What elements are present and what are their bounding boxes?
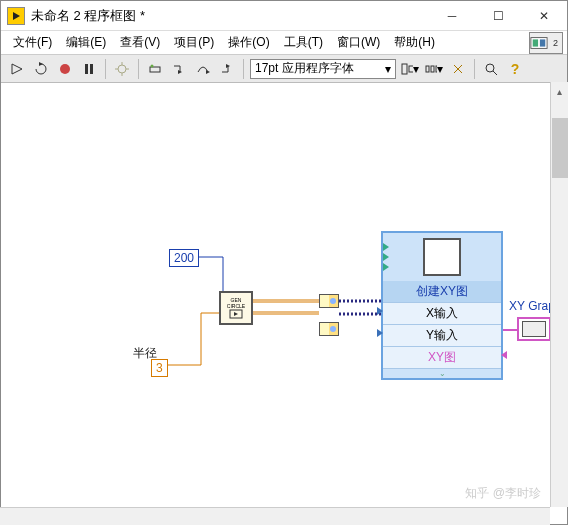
express-left-handle-icon	[383, 233, 389, 281]
svg-rect-20	[409, 66, 413, 72]
maximize-button[interactable]: ☐	[475, 1, 521, 31]
close-button[interactable]: ✕	[521, 1, 567, 31]
svg-rect-8	[90, 64, 93, 74]
svg-rect-22	[431, 66, 434, 72]
menubar: 文件(F) 编辑(E) 查看(V) 项目(P) 操作(O) 工具(T) 窗口(W…	[1, 31, 567, 55]
radius-control-terminal[interactable]: 3	[151, 359, 168, 377]
retain-wire-button[interactable]	[145, 59, 165, 79]
svg-rect-23	[436, 66, 437, 72]
window-title: 未命名 2 程序框图 *	[31, 7, 429, 25]
const-200-value: 200	[174, 251, 194, 265]
bundle-node-x[interactable]	[319, 294, 339, 308]
scroll-thumb[interactable]	[552, 118, 568, 178]
svg-rect-7	[85, 64, 88, 74]
minimize-button[interactable]: ─	[429, 1, 475, 31]
block-diagram-canvas[interactable]: 200 半径 3 GEN CIRCLE 创建XY图 X输入 Y输入 XY图 ⌄	[1, 83, 567, 524]
toolbar: 17pt 应用程序字体 ▾ ▾ ▾ ?	[1, 55, 567, 83]
step-out-button[interactable]	[217, 59, 237, 79]
svg-marker-27	[234, 312, 238, 316]
distribute-button[interactable]: ▾	[424, 59, 444, 79]
context-badge: 2	[549, 36, 562, 50]
svg-point-15	[151, 64, 154, 67]
express-pict-icon	[423, 238, 461, 276]
svg-point-6	[60, 64, 70, 74]
menu-help[interactable]: 帮助(H)	[390, 32, 439, 53]
indicator-pict-icon	[522, 321, 546, 337]
search-button[interactable]	[481, 59, 501, 79]
svg-line-25	[493, 71, 497, 75]
menu-edit[interactable]: 编辑(E)	[62, 32, 110, 53]
run-button[interactable]	[7, 59, 27, 79]
numeric-constant-200[interactable]: 200	[169, 249, 199, 267]
abort-button[interactable]	[55, 59, 75, 79]
context-help-icon[interactable]: 2	[529, 32, 563, 54]
express-title: 创建XY图	[383, 281, 501, 302]
app-icon	[7, 7, 25, 25]
font-selector[interactable]: 17pt 应用程序字体 ▾	[250, 59, 396, 79]
pause-button[interactable]	[79, 59, 99, 79]
menu-window[interactable]: 窗口(W)	[333, 32, 384, 53]
xy-graph-indicator-terminal[interactable]	[517, 317, 551, 341]
svg-marker-17	[206, 70, 210, 74]
express-input-x[interactable]: X输入	[383, 302, 501, 324]
run-continuous-button[interactable]	[31, 59, 51, 79]
svg-marker-4	[12, 64, 22, 74]
cleanup-button[interactable]	[448, 59, 468, 79]
svg-point-9	[118, 65, 126, 73]
highlight-exec-button[interactable]	[112, 59, 132, 79]
svg-marker-5	[39, 62, 43, 66]
bundle-node-y[interactable]	[319, 322, 339, 336]
step-into-button[interactable]	[169, 59, 189, 79]
dropdown-arrow-icon: ▾	[385, 62, 391, 76]
svg-point-24	[486, 64, 494, 72]
svg-marker-0	[13, 12, 20, 20]
svg-rect-3	[540, 39, 545, 46]
express-resize-handle[interactable]: ⌄	[383, 368, 501, 378]
radius-value: 3	[156, 361, 163, 375]
align-button[interactable]: ▾	[400, 59, 420, 79]
subvi-glyph-icon	[229, 309, 243, 319]
svg-marker-29	[383, 243, 389, 251]
font-label: 17pt 应用程序字体	[255, 60, 354, 77]
help-button[interactable]: ?	[505, 59, 525, 79]
menu-tools[interactable]: 工具(T)	[280, 32, 327, 53]
menu-view[interactable]: 查看(V)	[116, 32, 164, 53]
step-over-button[interactable]	[193, 59, 213, 79]
titlebar: 未命名 2 程序框图 * ─ ☐ ✕	[1, 1, 567, 31]
watermark: 知乎 @李时珍	[465, 485, 541, 502]
svg-rect-14	[150, 67, 160, 72]
express-build-xy[interactable]: 创建XY图 X输入 Y输入 XY图 ⌄	[381, 231, 503, 380]
menu-project[interactable]: 项目(P)	[170, 32, 218, 53]
svg-marker-28	[383, 253, 389, 261]
menu-operate[interactable]: 操作(O)	[224, 32, 273, 53]
express-output-xy[interactable]: XY图	[383, 346, 501, 368]
scroll-up-icon[interactable]: ▴	[551, 82, 568, 100]
svg-rect-21	[426, 66, 429, 72]
vertical-scrollbar[interactable]: ▴	[550, 82, 568, 507]
horizontal-scrollbar[interactable]	[0, 507, 550, 525]
subvi-gen-circle[interactable]: GEN CIRCLE	[219, 291, 253, 325]
menu-file[interactable]: 文件(F)	[9, 32, 56, 53]
svg-rect-19	[402, 64, 407, 74]
svg-marker-30	[383, 263, 389, 271]
express-input-y[interactable]: Y输入	[383, 324, 501, 346]
svg-rect-2	[533, 39, 538, 46]
